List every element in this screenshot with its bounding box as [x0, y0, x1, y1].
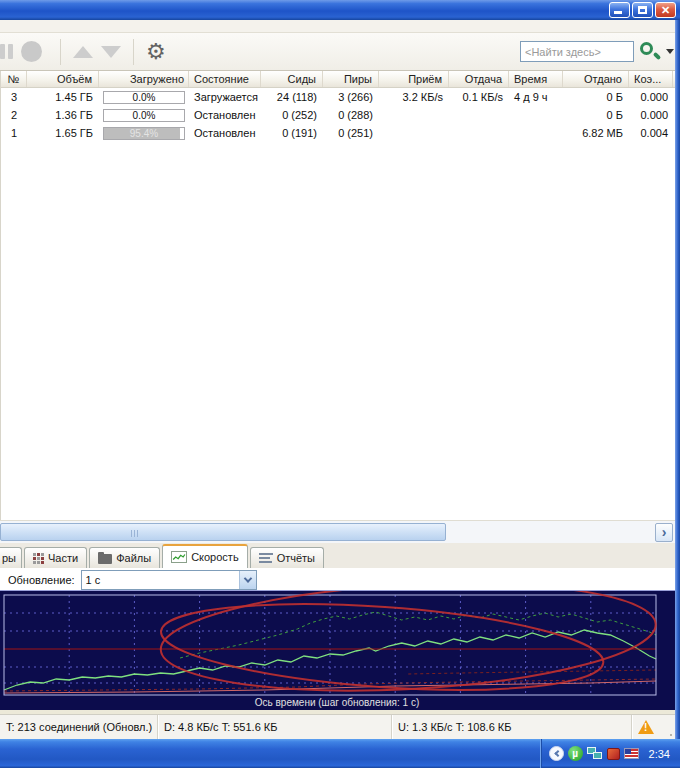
network-tray-icon[interactable]: [587, 747, 603, 761]
column-header[interactable]: Загружено: [99, 71, 189, 87]
progress-bar: 0.0%: [103, 91, 185, 104]
minimize-button[interactable]: [609, 2, 630, 18]
cell-size: 1.36 ГБ: [27, 106, 99, 124]
tab-speed[interactable]: Скорость: [162, 544, 248, 568]
table-row[interactable]: 31.45 ГБ0.0%Загружается24 (118)3 (266)3.…: [1, 88, 680, 106]
tab-label: Части: [48, 552, 78, 564]
tab-label: Отчёты: [277, 552, 315, 564]
cell-progress: 0.0%: [99, 91, 189, 104]
cell-peers: 3 (266): [323, 88, 379, 106]
tab-label: Файлы: [116, 552, 151, 564]
status-warning-area: [632, 720, 668, 734]
cell-eta: 4 д 9 ч: [509, 88, 563, 106]
tab-pieces[interactable]: Части: [24, 547, 87, 568]
update-interval-value: 1 с: [82, 574, 239, 586]
cell-size: 1.65 ГБ: [27, 124, 99, 142]
speed-graph-panel: Ось времени (шаг обновления: 1 с): [0, 590, 680, 710]
app-window: ✕ ⚙ №ОбъёмЗагруженоСостояниеСидыПирыПриё…: [0, 0, 680, 768]
cell-status: Остановлен: [189, 106, 261, 124]
cell-progress: 95.4%: [99, 127, 189, 140]
tab-label: Скорость: [191, 551, 239, 563]
move-down-button[interactable]: [101, 46, 121, 58]
speed-chart-icon: [171, 551, 187, 563]
cell-peers: 0 (251): [323, 124, 379, 142]
flag-tray-icon[interactable]: [624, 748, 639, 759]
table-row[interactable]: 21.36 ГБ0.0%Остановлен0 (252)0 (288)0 Б0…: [1, 106, 680, 124]
tab-label: ры: [2, 552, 16, 564]
column-header[interactable]: Состояние: [189, 71, 261, 87]
progress-bar: 95.4%: [103, 127, 185, 140]
detail-tabbar: ры Части Файлы Скорость Отчёты: [0, 543, 680, 568]
taskbar: µ 2:34: [0, 739, 680, 768]
update-interval-select[interactable]: 1 с: [81, 570, 257, 590]
cell-num: 1: [1, 124, 27, 142]
scrollbar-thumb[interactable]: [0, 523, 446, 541]
update-interval-label: Обновление:: [8, 574, 75, 586]
cell-seeds: 24 (118): [261, 88, 323, 106]
cell-num: 2: [1, 106, 27, 124]
close-button[interactable]: ✕: [655, 2, 676, 18]
alert-tray-icon[interactable]: [607, 748, 620, 760]
search-input[interactable]: [520, 41, 634, 62]
table-header-row: №ОбъёмЗагруженоСостояниеСидыПирыПриёмОтд…: [1, 71, 680, 88]
column-header[interactable]: Отдача: [449, 71, 509, 87]
combo-dropdown-button[interactable]: [239, 571, 256, 589]
cell-seeds: 0 (191): [261, 124, 323, 142]
tab-reports[interactable]: Отчёты: [250, 547, 324, 568]
settings-gear-button[interactable]: ⚙: [146, 41, 166, 63]
reports-icon: [259, 553, 273, 563]
speed-graph: Ось времени (шаг обновления: 1 с): [0, 591, 674, 710]
progress-bar: 0.0%: [103, 109, 185, 122]
table-row[interactable]: 11.65 ГБ95.4%Остановлен0 (191)0 (251)6.8…: [1, 124, 680, 142]
tab-peers[interactable]: ры: [0, 547, 22, 568]
utorrent-tray-icon[interactable]: µ: [568, 746, 583, 761]
taskbar-clock: 2:34: [649, 748, 670, 760]
tab-files[interactable]: Файлы: [89, 547, 160, 568]
pieces-icon: [33, 553, 44, 564]
maximize-button[interactable]: [632, 2, 653, 18]
column-header[interactable]: Отдано: [563, 71, 629, 87]
menu-strip: [0, 20, 680, 33]
column-header[interactable]: Приём: [379, 71, 449, 87]
cell-uploaded: 6.82 МБ: [563, 124, 629, 142]
time-axis-caption: Ось времени (шаг обновления: 1 с): [255, 697, 419, 708]
warning-icon[interactable]: [638, 720, 654, 734]
horizontal-scrollbar[interactable]: ›: [0, 520, 680, 543]
search-icon[interactable]: [639, 41, 661, 63]
cell-progress: 0.0%: [99, 109, 189, 122]
torrent-list: №ОбъёмЗагруженоСостояниеСидыПирыПриёмОтд…: [0, 71, 680, 520]
column-header[interactable]: №: [1, 71, 27, 87]
stop-button[interactable]: [21, 41, 42, 62]
cell-seeds: 0 (252): [261, 106, 323, 124]
cell-status: Остановлен: [189, 124, 261, 142]
folder-icon: [98, 554, 112, 564]
system-tray: µ 2:34: [540, 739, 680, 768]
cell-uploaded: 0 Б: [563, 88, 629, 106]
torrent-rows: 31.45 ГБ0.0%Загружается24 (118)3 (266)3.…: [1, 88, 680, 142]
search-dropdown-icon[interactable]: [666, 49, 674, 54]
cell-up: 0.1 КБ/s: [449, 88, 509, 106]
collapse-tray-icon[interactable]: [549, 746, 564, 761]
maximize-icon: [638, 6, 647, 14]
status-bar: T: 213 соединений (Обновл.) D: 4.8 КБ/с …: [0, 714, 680, 739]
cell-ratio: 0.000: [629, 106, 673, 124]
update-interval-bar: Обновление: 1 с: [0, 568, 680, 590]
scrollbar-grip-icon: [131, 530, 138, 537]
window-right-border: [675, 20, 680, 739]
chevron-down-icon: [243, 574, 251, 582]
status-download: D: 4.8 КБ/с T: 551.6 КБ: [158, 715, 392, 739]
status-upload: U: 1.3 КБ/с T: 108.6 КБ: [392, 715, 632, 739]
cell-size: 1.45 ГБ: [27, 88, 99, 106]
column-header[interactable]: Время: [509, 71, 563, 87]
title-bar[interactable]: ✕: [0, 0, 680, 20]
column-header[interactable]: Пиры: [323, 71, 379, 87]
column-header[interactable]: Сиды: [261, 71, 323, 87]
scrollbar-right-button[interactable]: ›: [655, 523, 673, 542]
move-up-button[interactable]: [73, 46, 93, 58]
cell-ratio: 0.004: [629, 124, 673, 142]
pause-button[interactable]: [0, 44, 13, 59]
toolbar-separator: [133, 39, 134, 65]
column-header[interactable]: Коэ...: [629, 71, 673, 87]
column-header[interactable]: Объём: [27, 71, 99, 87]
toolbar: ⚙: [0, 33, 680, 71]
